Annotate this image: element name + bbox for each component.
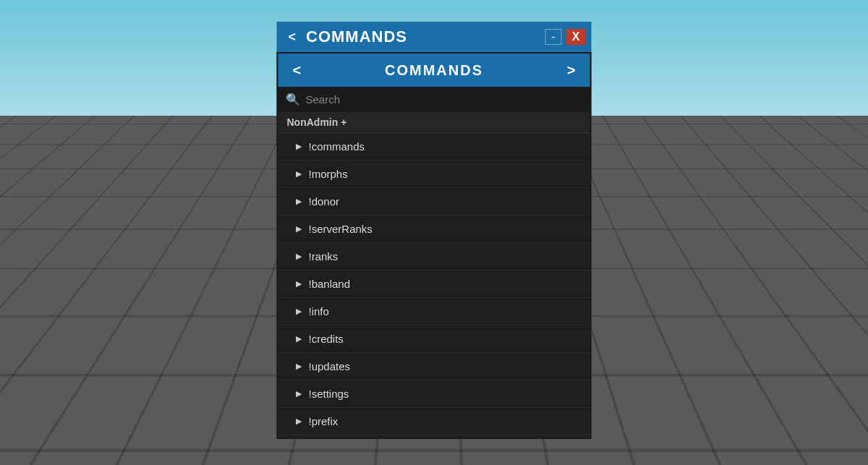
command-item[interactable]: ▶!info <box>278 298 590 325</box>
command-name-label: !serverRanks <box>309 223 373 235</box>
command-item[interactable]: ▶!credits <box>278 325 590 353</box>
command-expand-arrow: ▶ <box>296 224 302 234</box>
nav-left-button[interactable]: < <box>286 61 309 80</box>
command-expand-arrow: ▶ <box>296 197 302 206</box>
command-name-label: !ranks <box>309 250 339 263</box>
command-name-label: !updates <box>309 360 351 372</box>
command-expand-arrow: ▶ <box>296 252 302 261</box>
outer-back-button[interactable]: < <box>283 28 302 46</box>
command-name-label: !credits <box>309 333 344 345</box>
command-expand-arrow: ▶ <box>296 279 302 289</box>
command-item[interactable]: ▶!banland <box>278 270 590 298</box>
command-name-label: !commands <box>309 140 365 153</box>
nav-right-button[interactable]: > <box>560 61 583 80</box>
command-name-label: !donor <box>309 195 340 208</box>
command-expand-arrow: ▶ <box>296 389 302 398</box>
commands-list-area[interactable]: NonAdmin + ▶!commands▶!morphs▶!donor▶!se… <box>278 112 590 438</box>
commands-list: ▶!commands▶!morphs▶!donor▶!serverRanks▶!… <box>278 133 590 435</box>
category-header: NonAdmin + <box>278 112 590 133</box>
command-expand-arrow: ▶ <box>296 334 302 344</box>
command-item[interactable]: ▶!settings <box>278 380 590 408</box>
command-name-label: !prefix <box>309 415 339 427</box>
outer-title: COMMANDS <box>306 27 540 46</box>
search-input[interactable] <box>306 93 583 106</box>
commands-dialog: < COMMANDS - X < COMMANDS > 🔍 NonAdmin +… <box>277 22 592 439</box>
command-name-label: !morphs <box>309 168 348 180</box>
command-expand-arrow: ▶ <box>296 417 302 426</box>
command-name-label: !settings <box>309 388 349 400</box>
command-expand-arrow: ▶ <box>296 142 302 151</box>
inner-panel: < COMMANDS > 🔍 NonAdmin + ▶!commands▶!mo… <box>277 52 592 439</box>
inner-titlebar: < COMMANDS > <box>278 54 590 87</box>
command-item[interactable]: ▶!donor <box>278 188 590 216</box>
command-item[interactable]: ▶!ranks <box>278 243 590 270</box>
command-item[interactable]: ▶!prefix <box>278 408 590 435</box>
command-name-label: !banland <box>309 278 351 290</box>
inner-title: COMMANDS <box>308 62 560 79</box>
close-button[interactable]: X <box>566 29 586 45</box>
command-item[interactable]: ▶!commands <box>278 133 590 161</box>
outer-titlebar: < COMMANDS - X <box>277 22 592 52</box>
command-expand-arrow: ▶ <box>296 169 302 179</box>
command-expand-arrow: ▶ <box>296 362 302 371</box>
command-name-label: !info <box>309 305 329 317</box>
minimize-button[interactable]: - <box>545 29 562 45</box>
search-bar: 🔍 <box>278 87 590 112</box>
command-expand-arrow: ▶ <box>296 307 302 316</box>
command-item[interactable]: ▶!morphs <box>278 161 590 188</box>
search-icon: 🔍 <box>286 93 300 106</box>
command-item[interactable]: ▶!serverRanks <box>278 216 590 243</box>
command-item[interactable]: ▶!updates <box>278 353 590 380</box>
